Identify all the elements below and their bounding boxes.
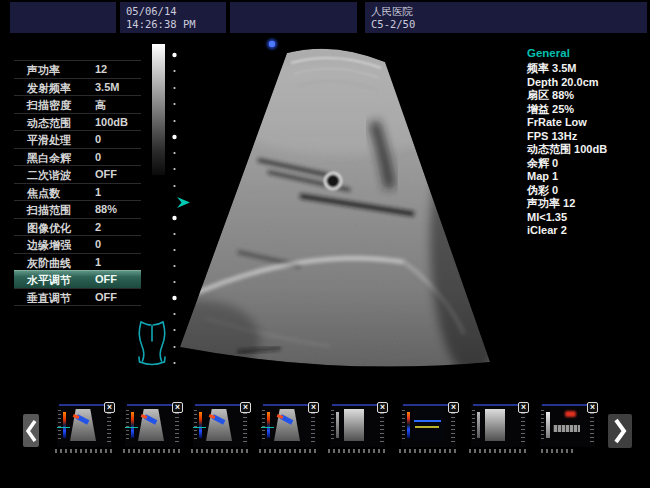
topbar-panel-empty-2 (230, 2, 357, 33)
thumbnail-caption (55, 449, 112, 453)
info-dynamic-range: 动态范围 100dB (527, 143, 647, 157)
param-value: 高 (95, 98, 106, 113)
param-row-scan-range[interactable]: 扫描范围88% (14, 200, 141, 218)
ultrasound-console-screen: 05/06/1414:26:38 PM 人民医院C5-2/50 声功率12 发射… (0, 0, 650, 488)
thumbnail-close-icon[interactable]: × (172, 402, 183, 413)
param-value: 2 (95, 221, 101, 233)
topbar-hospital-panel: 人民医院C5-2/50 (365, 2, 647, 33)
thumbnail-8[interactable]: × (540, 404, 595, 447)
date-text: 05/06/14 (126, 5, 177, 17)
param-label: 图像优化 (27, 221, 71, 236)
param-row-horizontal-adjust-selected[interactable]: 水平调节OFF (14, 270, 141, 288)
thumbnails-scroll-left-button[interactable] (23, 414, 39, 447)
time-text: 14:26:38 PM (126, 18, 196, 30)
param-row-vertical-adjust[interactable]: 垂直调节OFF (14, 288, 141, 306)
thumbnail-7[interactable]: × (471, 404, 526, 447)
param-label: 焦点数 (27, 186, 60, 201)
param-row-image-optimization[interactable]: 图像优化2 (14, 218, 141, 236)
info-pseudocolor: 伪彩 0 (527, 184, 647, 198)
info-map: Map 1 (527, 170, 647, 184)
thumbnail-4[interactable]: × (261, 404, 316, 447)
hospital-name: 人民医院 (371, 5, 413, 17)
thumbnail-caption (259, 449, 316, 453)
param-label: 水平调节 (27, 273, 71, 288)
info-acoustic-power: 声功率 12 (527, 197, 647, 211)
thumbnail-3[interactable]: × (193, 404, 248, 447)
param-value: 3.5M (95, 81, 119, 93)
param-label: 扫描范围 (27, 203, 71, 218)
param-row-dynamic-range[interactable]: 动态范围100dB (14, 113, 141, 131)
param-row-smoothing[interactable]: 平滑处理0 (14, 130, 141, 148)
param-value: OFF (95, 273, 117, 285)
param-label: 声功率 (27, 63, 60, 78)
param-row-scan-density[interactable]: 扫描密度高 (14, 95, 141, 113)
param-label: 二次谐波 (27, 168, 71, 183)
param-label: 平滑处理 (27, 133, 71, 148)
param-label: 动态范围 (27, 116, 71, 131)
param-value: 1 (95, 186, 101, 198)
ultrasound-fan-sector (140, 38, 510, 380)
thumbnail-1[interactable]: × (57, 404, 112, 447)
thumbnail-close-icon[interactable]: × (240, 402, 251, 413)
thumbnail-caption (328, 449, 385, 453)
thumbnail-caption (123, 449, 180, 453)
info-sector: 扇区 88% (527, 89, 647, 103)
info-gain: 增益 25% (527, 103, 647, 117)
param-value: 0 (95, 151, 101, 163)
param-label: 发射频率 (27, 81, 71, 96)
param-row-second-harmonic[interactable]: 二次谐波OFF (14, 165, 141, 183)
depth-scale (172, 53, 176, 364)
thumbnail-close-icon[interactable]: × (587, 402, 598, 413)
thumbnail-close-icon[interactable]: × (448, 402, 459, 413)
chevron-right-icon (613, 418, 627, 444)
info-persistence: 余辉 0 (527, 157, 647, 171)
param-label: 灰阶曲线 (27, 256, 71, 271)
param-row-bw-persistence[interactable]: 黑白余辉0 (14, 148, 141, 166)
ultrasound-image (130, 35, 510, 380)
thumbnail-caption (469, 449, 526, 453)
param-value: OFF (95, 291, 117, 303)
chevron-left-icon (25, 419, 37, 443)
thumbnail-caption (541, 449, 575, 453)
param-label: 黑白余辉 (27, 151, 71, 166)
parameter-menu: 声功率12 发射频率3.5M 扫描密度高 动态范围100dB 平滑处理0 黑白余… (14, 60, 141, 306)
param-row-edge-enhance[interactable]: 边缘增强0 (14, 235, 141, 253)
param-value: 0 (95, 133, 101, 145)
thumbnail-caption (399, 449, 456, 453)
param-value: 100dB (95, 116, 128, 128)
param-row-focus-number[interactable]: 焦点数1 (14, 183, 141, 201)
probe-model: C5-2/50 (371, 18, 415, 30)
topbar-panel-empty-1 (10, 2, 116, 33)
param-value: OFF (95, 168, 117, 180)
info-frame-rate: FrRate Low (527, 116, 647, 130)
info-depth: Depth 20.0cm (527, 76, 647, 90)
param-value: 88% (95, 203, 117, 215)
param-row-acoustic-power[interactable]: 声功率12 (14, 60, 141, 78)
thumbnail-close-icon[interactable]: × (308, 402, 319, 413)
param-label: 扫描密度 (27, 98, 71, 113)
param-value: 12 (95, 63, 107, 75)
thumbnails-scroll-right-button[interactable] (608, 414, 632, 448)
thumbnail-2[interactable]: × (125, 404, 180, 447)
param-label: 垂直调节 (27, 291, 71, 306)
focus-marker-icon (177, 197, 190, 208)
topbar-datetime-panel: 05/06/1414:26:38 PM (120, 2, 226, 33)
thumbnail-close-icon[interactable]: × (518, 402, 529, 413)
general-panel-title: General (527, 47, 647, 59)
info-fps: FPS 13Hz (527, 130, 647, 144)
body-marker-icon (139, 322, 165, 365)
thumbnail-6[interactable]: × (401, 404, 456, 447)
param-row-tx-frequency[interactable]: 发射频率3.5M (14, 78, 141, 96)
info-frequency: 频率 3.5M (527, 62, 647, 76)
info-mi: MI<1.35 (527, 211, 647, 225)
thumbnail-close-icon[interactable]: × (377, 402, 388, 413)
param-label: 边缘增强 (27, 238, 71, 253)
param-value: 1 (95, 256, 101, 268)
probe-orientation-dot (267, 39, 278, 50)
thumbnail-close-icon[interactable]: × (104, 402, 115, 413)
thumbnail-5[interactable]: × (330, 404, 385, 447)
param-value: 0 (95, 238, 101, 250)
general-info-panel: General 频率 3.5M Depth 20.0cm 扇区 88% 增益 2… (527, 47, 647, 238)
info-iclear: iClear 2 (527, 224, 647, 238)
param-row-gray-curve[interactable]: 灰阶曲线1 (14, 253, 141, 271)
